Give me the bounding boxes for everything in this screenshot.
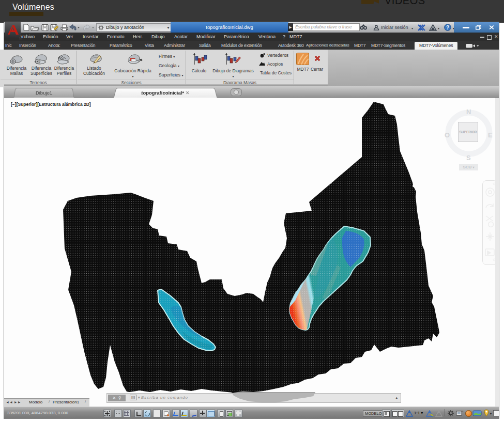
svg-text:°: ° xyxy=(462,410,464,413)
svg-text:?: ? xyxy=(446,25,449,30)
